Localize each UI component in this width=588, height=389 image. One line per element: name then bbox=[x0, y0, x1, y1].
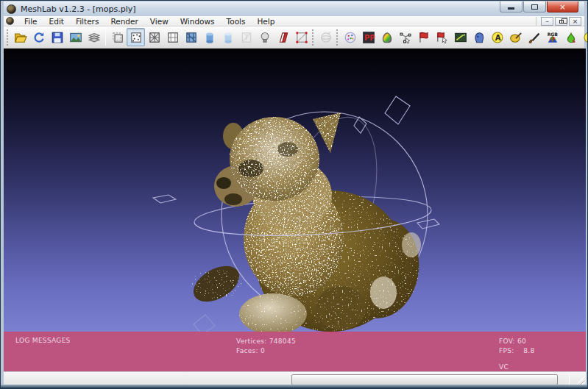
vertex-color-rendering-button[interactable] bbox=[292, 28, 311, 46]
window-title: MeshLab v1.2.3 - [mops.ply] bbox=[21, 4, 136, 14]
trackball-handle-diamond bbox=[194, 315, 215, 332]
document-icon bbox=[6, 17, 14, 25]
fov-value: FOV: 60 bbox=[499, 338, 526, 345]
paintbrush-icon bbox=[528, 31, 541, 44]
mdi-minimize-button[interactable]: – bbox=[541, 17, 553, 26]
move-selection-button[interactable] bbox=[433, 28, 451, 46]
render-texture-button[interactable]: T bbox=[237, 28, 255, 46]
double-side-lighting-button[interactable] bbox=[274, 28, 292, 46]
menu-edit[interactable]: Edit bbox=[43, 16, 70, 26]
svg-text:RGB: RGB bbox=[547, 31, 558, 36]
show-trackball-button[interactable] bbox=[316, 28, 335, 46]
color-projection-button[interactable] bbox=[378, 28, 396, 46]
svg-text:A: A bbox=[495, 33, 500, 41]
menu-view[interactable]: View bbox=[144, 16, 174, 26]
log-messages-bar: LOG MESSAGES Vertices: 748045 Faces: 0 F… bbox=[4, 332, 586, 371]
select-faces-flag-icon bbox=[417, 31, 431, 44]
svg-text:s: s bbox=[572, 38, 575, 44]
render-bbox-button[interactable] bbox=[108, 28, 127, 46]
status-bar bbox=[4, 371, 586, 388]
layers-icon bbox=[88, 31, 101, 44]
green-pear-icon: s bbox=[564, 31, 578, 44]
reload-icon bbox=[32, 31, 46, 44]
render-flat-lines-button[interactable] bbox=[182, 28, 200, 46]
meshlab-logo-icon bbox=[7, 4, 16, 14]
hidden-lines-icon bbox=[166, 31, 180, 44]
mdi-restore-button[interactable] bbox=[555, 17, 567, 26]
select-vertices-button[interactable] bbox=[396, 28, 414, 46]
menu-tools[interactable]: Tools bbox=[221, 16, 252, 26]
render-smooth-button[interactable] bbox=[219, 28, 237, 46]
close-button[interactable]: × bbox=[547, 1, 578, 13]
double-side-icon bbox=[277, 31, 290, 44]
maximize-icon bbox=[531, 4, 538, 10]
mdi-client-area: LOG MESSAGES Vertices: 748045 Faces: 0 F… bbox=[4, 49, 584, 388]
minimize-icon bbox=[508, 7, 514, 10]
log-messages-label: LOG MESSAGES bbox=[15, 337, 71, 344]
menu-help[interactable]: Help bbox=[251, 16, 280, 26]
menu-file[interactable]: File bbox=[18, 16, 43, 26]
paintbrush-button[interactable] bbox=[525, 28, 543, 46]
quality-mapper-button[interactable]: s bbox=[562, 28, 580, 46]
select-faces-button[interactable] bbox=[414, 28, 433, 46]
smooth-cylinder-icon bbox=[222, 31, 235, 44]
progress-bar bbox=[291, 374, 558, 385]
snapshot-button[interactable] bbox=[66, 28, 85, 46]
maximize-button[interactable] bbox=[523, 1, 546, 13]
menu-windows[interactable]: Windows bbox=[174, 16, 221, 26]
color-fill-button[interactable] bbox=[506, 28, 525, 46]
render-flat-button[interactable] bbox=[200, 28, 219, 46]
toolbar-drag-handle[interactable] bbox=[7, 29, 8, 46]
menu-render[interactable]: Render bbox=[105, 16, 144, 26]
flag-cursor-icon bbox=[436, 31, 449, 44]
mdi-window-controls: – × bbox=[536, 17, 581, 26]
blue-head-icon bbox=[472, 31, 486, 44]
point-picking-button[interactable]: PP bbox=[359, 28, 378, 46]
points-icon bbox=[130, 31, 143, 44]
pp-icon: PP bbox=[362, 31, 375, 44]
align-button[interactable] bbox=[470, 28, 488, 46]
toolbar-drag-handle[interactable] bbox=[312, 29, 314, 46]
render-hidden-lines-button[interactable] bbox=[163, 28, 182, 46]
meshlab-window: MeshLab v1.2.3 - [mops.ply] × File Edit … bbox=[0, 0, 588, 389]
trackball-handle-diamond bbox=[385, 96, 410, 124]
wireframe-icon bbox=[148, 31, 161, 44]
info-button[interactable]: i bbox=[580, 28, 588, 46]
window-controls: × bbox=[499, 1, 578, 13]
menu-filters[interactable]: Filters bbox=[70, 16, 105, 26]
vertex-color-icon bbox=[295, 31, 308, 44]
render-wireframe-button[interactable] bbox=[145, 28, 163, 46]
gl-viewport[interactable] bbox=[4, 49, 586, 332]
vc-label: VC bbox=[499, 363, 509, 371]
minimize-button[interactable] bbox=[500, 1, 523, 13]
title-bar: MeshLab v1.2.3 - [mops.ply] × bbox=[4, 1, 584, 16]
svg-text:PP: PP bbox=[364, 33, 375, 41]
scene-canvas bbox=[4, 49, 586, 332]
fps-value: FPS: 8.8 bbox=[499, 347, 534, 354]
point-splatting-button[interactable] bbox=[341, 28, 359, 46]
vertices-count: Vertices: 748045 bbox=[236, 338, 296, 345]
flat-lines-icon bbox=[185, 31, 198, 44]
bounding-box-icon bbox=[111, 31, 124, 44]
close-icon: × bbox=[559, 3, 565, 11]
rgb-tricolor-button[interactable]: RGB bbox=[543, 28, 562, 46]
save-button[interactable] bbox=[48, 28, 66, 46]
render-points-button[interactable] bbox=[127, 28, 145, 46]
open-button[interactable] bbox=[11, 28, 29, 46]
trackball-handle-diamond bbox=[417, 219, 439, 229]
restore-icon bbox=[559, 20, 564, 24]
statusbar-separator bbox=[569, 374, 570, 385]
show-layer-dialog-button[interactable] bbox=[85, 28, 103, 46]
texture-icon: T bbox=[240, 31, 253, 44]
auto-annotate-button[interactable]: A bbox=[488, 28, 506, 46]
splat-ball-icon bbox=[344, 31, 357, 44]
z-painting-button[interactable] bbox=[451, 28, 470, 46]
rgb-triangle-icon: RGB bbox=[546, 31, 559, 44]
reload-button[interactable] bbox=[29, 28, 48, 46]
mdi-close-button[interactable]: × bbox=[569, 17, 581, 26]
resize-grip[interactable] bbox=[575, 376, 584, 386]
gold-pen-icon bbox=[509, 31, 523, 44]
lighting-button[interactable] bbox=[255, 28, 274, 46]
main-toolbar: T PP A RGB s i » bbox=[4, 26, 584, 49]
toolbar-drag-handle[interactable] bbox=[336, 29, 338, 46]
